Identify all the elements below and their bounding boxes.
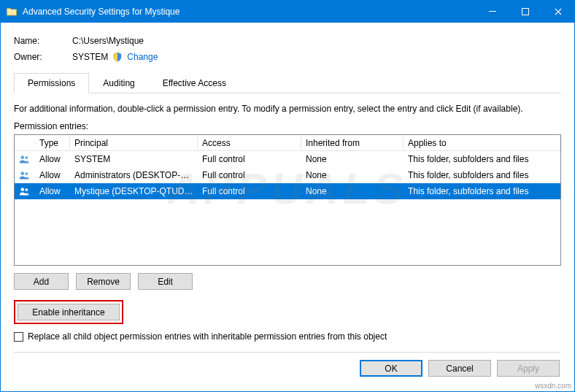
change-owner-link[interactable]: Change <box>127 52 158 62</box>
content-area: Name: C:\Users\Mystique Owner: SYSTEM Ch… <box>1 23 574 384</box>
col-principal[interactable]: Principal <box>70 137 198 150</box>
col-icon[interactable] <box>15 142 35 145</box>
info-text: For additional information, double-click… <box>14 104 561 114</box>
cancel-button[interactable]: Cancel <box>428 360 491 377</box>
shield-icon <box>112 52 123 62</box>
entry-button-row: Add Remove Edit <box>14 273 561 290</box>
svg-rect-0 <box>489 11 496 12</box>
titlebar: Advanced Security Settings for Mystique <box>1 1 574 23</box>
cell-inherited: None <box>301 153 404 166</box>
replace-children-row: Replace all child object permission entr… <box>14 331 561 342</box>
replace-children-checkbox[interactable] <box>14 332 23 342</box>
footer-button-row: OK Cancel Apply <box>14 360 561 377</box>
svg-point-3 <box>25 156 28 159</box>
tab-permissions[interactable]: Permissions <box>14 73 89 93</box>
owner-label: Owner: <box>14 52 72 62</box>
col-access[interactable]: Access <box>198 137 301 150</box>
close-button[interactable] <box>541 1 574 23</box>
replace-children-label: Replace all child object permission entr… <box>28 331 387 342</box>
owner-row: Owner: SYSTEM Change <box>14 49 561 65</box>
svg-point-2 <box>20 155 24 159</box>
security-settings-window: APPUALS Advanced Security Settings for M… <box>0 0 575 392</box>
cell-principal: Mystique (DESKTOP-QTUD8T... <box>70 185 198 198</box>
owner-value: SYSTEM <box>72 52 108 62</box>
table-row[interactable]: AllowSYSTEMFull controlNoneThis folder, … <box>15 151 560 167</box>
table-row[interactable]: AllowMystique (DESKTOP-QTUD8T...Full con… <box>15 183 560 199</box>
cell-applies: This folder, subfolders and files <box>404 153 560 166</box>
divider <box>14 352 561 353</box>
tab-auditing[interactable]: Auditing <box>89 73 148 93</box>
name-value: C:\Users\Mystique <box>72 36 144 46</box>
window-title: Advanced Security Settings for Mystique <box>23 7 476 17</box>
col-applies[interactable]: Applies to <box>404 137 560 150</box>
add-button[interactable]: Add <box>14 273 69 290</box>
svg-rect-1 <box>522 9 528 15</box>
cell-type: Allow <box>35 153 70 166</box>
col-type[interactable]: Type <box>35 137 70 150</box>
folder-icon <box>1 6 23 18</box>
entries-label: Permission entries: <box>14 121 561 131</box>
svg-point-4 <box>20 172 24 175</box>
enable-inheritance-highlight: Enable inheritance <box>14 300 123 324</box>
principal-icon <box>15 168 35 182</box>
enable-inheritance-button[interactable]: Enable inheritance <box>18 304 120 320</box>
permission-table: Type Principal Access Inherited from App… <box>14 134 561 266</box>
tab-effective-access[interactable]: Effective Access <box>149 73 240 93</box>
principal-icon <box>15 184 35 199</box>
table-row[interactable]: AllowAdministrators (DESKTOP-QT...Full c… <box>15 167 560 183</box>
cell-principal: SYSTEM <box>70 153 198 166</box>
cell-applies: This folder, subfolders and files <box>404 169 560 182</box>
cell-inherited: None <box>301 169 404 182</box>
minimize-button[interactable] <box>476 1 509 23</box>
maximize-button[interactable] <box>509 1 541 23</box>
cell-inherited: None <box>301 185 404 198</box>
watermark-text: wsxdn.com <box>535 382 571 390</box>
svg-point-6 <box>20 188 24 191</box>
svg-point-5 <box>25 172 28 175</box>
cell-type: Allow <box>35 185 70 198</box>
remove-button[interactable]: Remove <box>76 273 131 290</box>
col-inherited[interactable]: Inherited from <box>301 137 404 150</box>
ok-button[interactable]: OK <box>360 360 422 377</box>
apply-button[interactable]: Apply <box>497 360 560 377</box>
cell-type: Allow <box>35 169 70 182</box>
cell-access: Full control <box>198 185 301 198</box>
principal-icon <box>15 152 35 166</box>
edit-button[interactable]: Edit <box>138 273 193 290</box>
table-body: AllowSYSTEMFull controlNoneThis folder, … <box>15 151 560 199</box>
name-label: Name: <box>14 36 72 46</box>
name-row: Name: C:\Users\Mystique <box>14 33 561 49</box>
cell-principal: Administrators (DESKTOP-QT... <box>70 169 198 182</box>
table-header: Type Principal Access Inherited from App… <box>15 135 560 151</box>
cell-access: Full control <box>198 169 301 182</box>
svg-point-7 <box>25 188 28 191</box>
tab-strip: Permissions Auditing Effective Access <box>14 72 561 93</box>
cell-access: Full control <box>198 153 301 166</box>
cell-applies: This folder, subfolders and files <box>404 185 560 198</box>
